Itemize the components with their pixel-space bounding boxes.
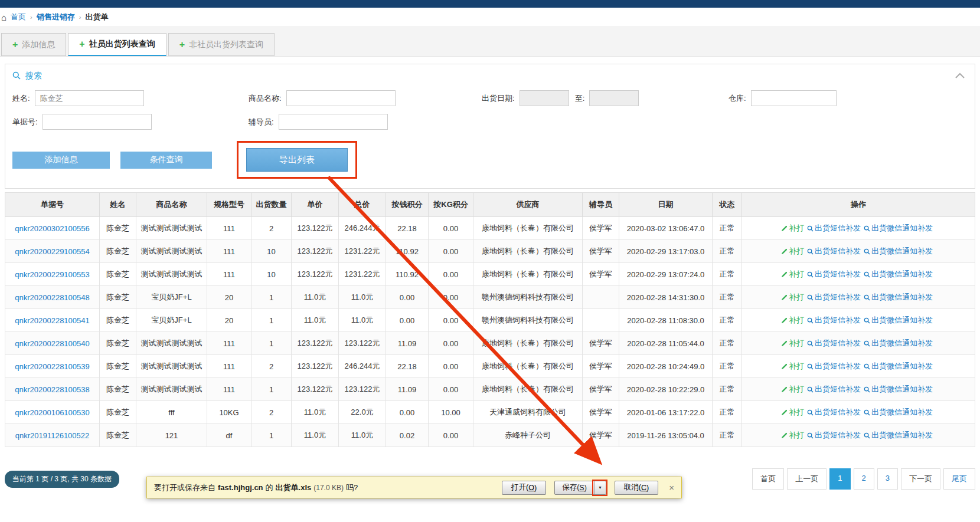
tab-add-info[interactable]: + 添加信息 [1,33,66,56]
open-button[interactable]: 打开(O) [502,481,546,495]
reprint-link[interactable]: 补打 [781,384,804,395]
cancel-button[interactable]: 取消(C) [615,481,658,495]
order-id-link[interactable]: qnkr20191126100522 [15,431,90,440]
magnifier-icon [864,294,870,301]
cell-ops: 补打出货短信补发出货微信通知补发 [742,286,975,309]
table-row: qnkr20200229100554陈金芝测试测试测试测试11110123.12… [5,240,975,263]
wechat-resend-link[interactable]: 出货微信通知补发 [864,223,933,234]
page-button-尾页[interactable]: 尾页 [943,468,975,490]
cell-status: 正常 [713,355,742,378]
order-id-link[interactable]: qnkr20200302100556 [15,224,90,233]
page-button-上一页[interactable]: 上一页 [787,468,827,490]
ship-date-to-input[interactable] [589,90,639,106]
sms-resend-link[interactable]: 出货短信补发 [807,407,861,418]
wechat-resend-link[interactable]: 出货微信通知补发 [864,246,933,257]
reprint-link[interactable]: 补打 [781,361,804,372]
cell-total: 11.0元 [339,309,386,332]
magnifier-icon [864,271,870,278]
order-id-link[interactable]: qnkr20200228100538 [15,385,90,394]
reprint-link[interactable]: 补打 [781,269,804,280]
cell-price: 123.122元 [292,378,339,401]
reprint-link[interactable]: 补打 [781,315,804,326]
cell-date: 2020-02-28 10:24:49.0 [619,355,713,378]
page-button-下一页[interactable]: 下一页 [901,468,940,490]
page-button-1[interactable]: 1 [829,468,850,490]
sms-resend-link[interactable]: 出货短信补发 [807,315,861,326]
cell-name: 陈金芝 [100,332,136,355]
condition-query-button[interactable]: 条件查询 [120,152,212,169]
download-prompt-text: 要打开或保存来自 fast.hjhgj.cn 的 出货单.xls (17.0 K… [154,482,358,493]
cell-name: 陈金芝 [100,286,136,309]
cell-product: 宝贝奶JF+L [136,286,207,309]
breadcrumb-module-link[interactable]: 销售进销存 [37,12,75,22]
order-id-link[interactable]: qnkr20200228100548 [15,293,90,302]
wechat-resend-link[interactable]: 出货微信通知补发 [864,315,933,326]
export-list-button[interactable]: 导出列表 [246,148,348,172]
wechat-resend-link[interactable]: 出货微信通知补发 [864,361,933,372]
counselor-input[interactable] [279,114,388,130]
order-id-link[interactable]: qnkr20200229100553 [15,270,90,279]
save-split-button: 保存(S) ▼ [554,481,606,495]
order-id-link[interactable]: qnkr20200106100530 [15,408,90,417]
cell-money_points: 11.09 [386,378,429,401]
column-header: 姓名 [100,193,136,217]
wechat-resend-link[interactable]: 出货微信通知补发 [864,430,933,441]
cell-kg_points: 0.00 [429,378,473,401]
wechat-resend-link[interactable]: 出货微信通知补发 [864,407,933,418]
name-label: 姓名: [12,93,30,104]
reprint-link[interactable]: 补打 [781,292,804,303]
reprint-link[interactable]: 补打 [781,223,804,234]
order-id-link[interactable]: qnkr20200228100539 [15,362,90,371]
pencil-icon [781,248,788,255]
name-input[interactable] [35,90,144,106]
collapse-chevron-up-icon[interactable] [955,71,965,81]
cell-total: 246.244元 [339,217,386,240]
wechat-resend-link[interactable]: 出货微信通知补发 [864,292,933,303]
search-row-2: 单据号: 辅导员: [12,114,968,130]
sms-resend-link[interactable]: 出货短信补发 [807,223,861,234]
add-info-button[interactable]: 添加信息 [12,152,110,169]
save-button[interactable]: 保存(S) [555,481,594,494]
wechat-resend-link[interactable]: 出货微信通知补发 [864,269,933,280]
product-name-input[interactable] [286,90,396,106]
warehouse-input[interactable] [751,90,837,106]
reprint-link[interactable]: 补打 [781,430,804,441]
column-header: 操作 [742,193,975,217]
tab-nonmember-shipment-list[interactable]: + 非社员出货列表查询 [168,33,275,56]
sms-resend-link[interactable]: 出货短信补发 [807,361,861,372]
wechat-resend-link[interactable]: 出货微信通知补发 [864,338,933,349]
order-no-input[interactable] [43,114,152,130]
cell-date: 2020-02-29 13:17:03.0 [619,240,713,263]
breadcrumb-home-link[interactable]: 首页 [11,12,26,22]
sms-resend-link[interactable]: 出货短信补发 [807,430,861,441]
ship-date-from-input[interactable] [520,90,569,106]
reprint-link[interactable]: 补打 [781,246,804,257]
sms-resend-link[interactable]: 出货短信补发 [807,338,861,349]
page-button-2[interactable]: 2 [854,468,874,490]
cell-name: 陈金芝 [100,401,136,424]
order-id-link[interactable]: qnkr20200228100541 [15,316,90,325]
wechat-resend-link[interactable]: 出货微信通知补发 [864,384,933,395]
order-id-link[interactable]: qnkr20200229100554 [15,247,90,256]
reprint-link[interactable]: 补打 [781,407,804,418]
sms-resend-link[interactable]: 出货短信补发 [807,269,861,280]
page-button-3[interactable]: 3 [877,468,898,490]
save-dropdown-caret-icon[interactable]: ▼ [594,481,606,494]
page-button-首页[interactable]: 首页 [752,468,784,490]
tab-member-shipment-list[interactable]: + 社员出货列表查询 [68,33,166,56]
sms-resend-link[interactable]: 出货短信补发 [807,384,861,395]
sms-resend-link[interactable]: 出货短信补发 [807,292,861,303]
cell-date: 2020-01-06 13:17:22.0 [619,401,713,424]
cell-counselor: 侯学军 [583,263,619,286]
cell-status: 正常 [713,332,742,355]
order-id-link[interactable]: qnkr20200228100540 [15,339,90,348]
cell-ops: 补打出货短信补发出货微信通知补发 [742,332,975,355]
ship-date-label: 出货日期: [482,93,515,104]
magnifier-icon [864,386,870,393]
sms-resend-link[interactable]: 出货短信补发 [807,246,861,257]
close-icon[interactable]: × [669,483,674,492]
reprint-link[interactable]: 补打 [781,338,804,349]
search-buttons: 添加信息 条件查询 导出列表 [5,137,975,188]
table-row: qnkr20191126100522陈金芝121df111.0元11.0元0.0… [5,424,975,447]
cell-money_points: 0.02 [386,424,429,447]
